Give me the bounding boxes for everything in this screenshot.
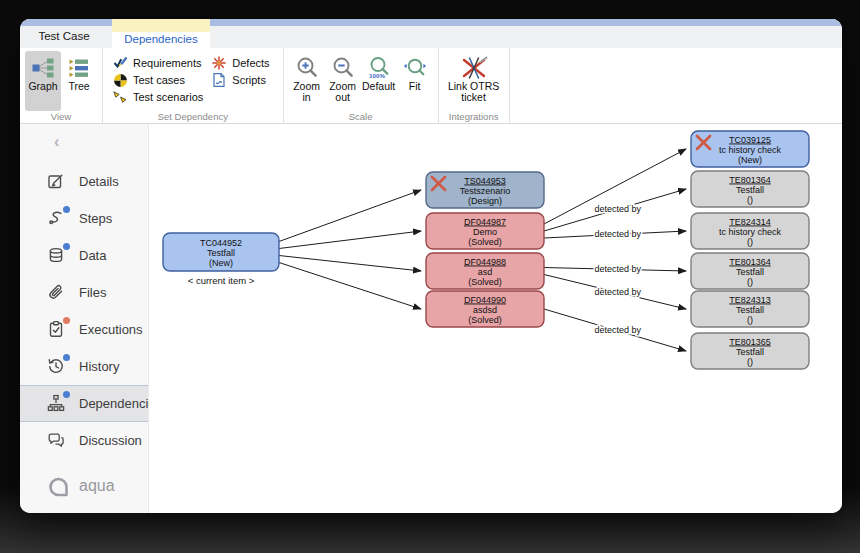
ribbon-group-integrations: Link OTRS ticket Integrations <box>439 48 510 123</box>
sidebar-item-label: Details <box>79 174 119 189</box>
tab-test-case[interactable]: Test Case <box>28 26 100 48</box>
svg-text:DF044988: DF044988 <box>464 257 506 267</box>
svg-text:tc history check: tc history check <box>719 145 782 155</box>
svg-text:detected by: detected by <box>595 204 642 214</box>
graph-view-button[interactable]: Graph <box>25 51 61 111</box>
sidebar-item-label: Discussion <box>79 433 142 448</box>
sidebar-item-files[interactable]: Files <box>20 274 148 311</box>
executions-icon <box>47 320 66 339</box>
sidebar-item-steps[interactable]: Steps <box>20 200 148 237</box>
aqua-logo-text: aqua <box>79 477 115 495</box>
history-icon <box>47 357 66 376</box>
tab-bar: Test Case Dependencies <box>20 19 842 48</box>
svg-text:TE824313: TE824313 <box>729 295 771 305</box>
ribbon-group-view: Graph Tree View <box>20 48 103 123</box>
svg-text:DF044987: DF044987 <box>464 217 506 227</box>
graph-node-DF044987[interactable]: DF044987Demo(Solved) <box>426 213 544 249</box>
svg-text:(): () <box>747 315 753 325</box>
link-otrs-label: Link OTRS ticket <box>444 81 504 103</box>
scripts-button[interactable]: Scripts <box>211 73 269 87</box>
sidebar-item-executions[interactable]: Executions <box>20 311 148 348</box>
defects-label: Defects <box>232 57 269 69</box>
requirements-button[interactable]: Requirements <box>112 56 203 70</box>
fit-label: Fit <box>409 81 421 92</box>
link-otrs-icon <box>460 55 488 81</box>
svg-text:(): () <box>747 277 753 287</box>
svg-text:Demo: Demo <box>473 227 497 237</box>
graph-node-TE824314[interactable]: TE824314tc history check() <box>691 213 809 249</box>
zoom-out-button[interactable]: Zoom out <box>325 51 361 111</box>
sidebar-item-history[interactable]: History <box>20 348 148 385</box>
app-window: Test Case Dependencies <box>20 19 842 513</box>
dependency-graph-canvas[interactable]: detected bydetected bydetected bydetecte… <box>149 124 842 513</box>
zoom-in-button[interactable]: Zoom in <box>289 51 325 111</box>
graph-node-TE801364[interactable]: TE801364Testfall() <box>691 171 809 207</box>
group-label-set-dependency: Set Dependency <box>103 111 283 122</box>
sidebar-item-details[interactable]: Details <box>20 163 148 200</box>
content-area: ‹ Details <box>20 124 842 513</box>
svg-text:(): () <box>747 357 753 367</box>
discussion-icon <box>47 431 66 450</box>
svg-text:(Solved): (Solved) <box>468 277 502 287</box>
files-icon <box>47 283 66 302</box>
sidebar-item-label: Data <box>79 248 106 263</box>
svg-text:TC044952: TC044952 <box>200 238 242 248</box>
svg-text:TE824314: TE824314 <box>729 217 771 227</box>
sidebar-item-label: Steps <box>79 211 112 226</box>
defects-icon <box>211 56 227 70</box>
sidebar-collapse-button[interactable]: ‹ <box>54 133 59 151</box>
dependency-graph: detected bydetected bydetected bydetecte… <box>149 124 842 513</box>
svg-text:Testfall: Testfall <box>207 248 235 258</box>
sidebar-item-data[interactable]: Data <box>20 237 148 274</box>
defects-button[interactable]: Defects <box>211 56 269 70</box>
svg-text:tc history check: tc history check <box>719 227 782 237</box>
svg-text:asdsd: asdsd <box>473 305 497 315</box>
tab-dependencies[interactable]: Dependencies <box>112 19 210 48</box>
current-item-note: < current item > <box>188 275 255 286</box>
svg-text:Testszenario: Testszenario <box>460 186 511 196</box>
zoom-out-label: Zoom out <box>325 81 361 103</box>
requirements-label: Requirements <box>133 57 201 69</box>
zoom-in-label: Zoom in <box>289 81 325 103</box>
svg-text:(): () <box>747 237 753 247</box>
sidebar: ‹ Details <box>20 124 149 513</box>
graph-node-TS044953[interactable]: TS044953Testszenario(Design) <box>426 172 544 208</box>
graph-node-DF044988[interactable]: DF044988asd(Solved) <box>426 253 544 289</box>
details-icon <box>47 172 66 191</box>
default-zoom-button[interactable]: 100% Default <box>361 51 397 111</box>
steps-badge <box>63 206 70 213</box>
svg-text:detected by: detected by <box>595 229 642 239</box>
sidebar-item-label: Executions <box>79 322 143 337</box>
executions-badge <box>63 317 70 324</box>
zoom-out-icon <box>331 55 355 81</box>
dependencies-badge <box>63 391 70 398</box>
svg-text:TE801365: TE801365 <box>729 337 771 347</box>
graph-node-TE801364[interactable]: TE801364Testfall() <box>691 253 809 289</box>
graph-node-DF044990[interactable]: DF044990asdsd(Solved) <box>426 291 544 327</box>
link-otrs-ticket-button[interactable]: Link OTRS ticket <box>444 51 504 111</box>
graph-node-TC039125[interactable]: TC039125tc history check(New) <box>691 131 809 167</box>
group-label-integrations: Integrations <box>439 111 509 122</box>
graph-node-TE824313[interactable]: TE824313Testfall() <box>691 291 809 327</box>
aqua-logo-icon <box>46 474 72 498</box>
sidebar-item-label: History <box>79 359 119 374</box>
svg-text:DF044990: DF044990 <box>464 295 506 305</box>
test-cases-icon <box>112 74 128 87</box>
graph-view-icon <box>32 55 54 81</box>
svg-text:(New): (New) <box>738 155 762 165</box>
svg-text:Testfall: Testfall <box>736 347 764 357</box>
svg-text:Testfall: Testfall <box>736 267 764 277</box>
zoom-in-icon <box>295 55 319 81</box>
graph-node-TE801365[interactable]: TE801365Testfall() <box>691 333 809 369</box>
tree-view-button[interactable]: Tree <box>61 51 97 111</box>
fit-icon <box>403 55 427 81</box>
default-zoom-label: Default <box>362 81 395 92</box>
test-scenarios-icon <box>112 91 128 104</box>
fit-button[interactable]: Fit <box>397 51 433 111</box>
graph-node-TC044952[interactable]: TC044952Testfall(New)< current item > <box>163 233 279 286</box>
test-cases-button[interactable]: Test cases <box>112 73 203 87</box>
test-scenarios-button[interactable]: Test scenarios <box>112 90 203 104</box>
svg-text:(Solved): (Solved) <box>468 315 502 325</box>
sidebar-item-dependencies[interactable]: Dependencies <box>20 385 148 422</box>
sidebar-item-discussion[interactable]: Discussion <box>20 422 148 459</box>
